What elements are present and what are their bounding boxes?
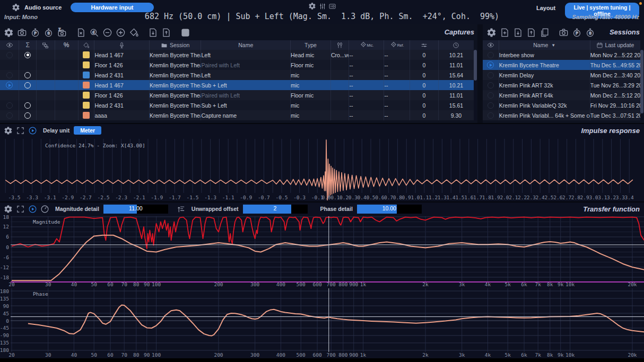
list-item[interactable]: Interbee showMon Nov 2...5:22 2024 bbox=[483, 50, 640, 60]
mic-position-cell[interactable]: -- bbox=[349, 80, 384, 90]
color-swatch[interactable] bbox=[83, 61, 90, 68]
color-cell[interactable] bbox=[78, 50, 94, 60]
note-icon[interactable] bbox=[76, 28, 86, 38]
gain-cell[interactable]: 0 bbox=[410, 50, 438, 60]
col-visible[interactable] bbox=[0, 40, 19, 50]
time-cell[interactable]: 10.21 bbox=[438, 50, 474, 60]
stopwatch-p-icon[interactable] bbox=[30, 28, 40, 38]
impulse-settings-gear-icon[interactable] bbox=[4, 126, 13, 135]
list-item[interactable]: Kremlin Pink ART 64kMon Dec 2...5:12 202… bbox=[483, 90, 640, 100]
sum-toggle[interactable] bbox=[19, 60, 36, 70]
plus-icon[interactable] bbox=[116, 28, 126, 38]
session-cell[interactable]: Kremlin Bycetre Theatre bbox=[149, 50, 201, 60]
table-row[interactable]: Floor 1 426Kremlin Bycetre TheatrePaired… bbox=[0, 60, 474, 70]
audio-source-gear-icon[interactable] bbox=[12, 3, 20, 12]
gain-cell[interactable]: 0 bbox=[410, 100, 438, 110]
mic-pair-cell[interactable] bbox=[330, 90, 349, 100]
table-row[interactable]: Head 2 431Kremlin Bycetre TheatreSub + L… bbox=[0, 100, 474, 110]
mic-pair-cell[interactable] bbox=[330, 100, 349, 110]
capture-name-cell[interactable]: Head 1 467 bbox=[94, 80, 149, 90]
time-cell[interactable]: 9.30 bbox=[438, 110, 474, 120]
gear-icon[interactable] bbox=[486, 28, 497, 38]
table-row[interactable]: aaaaKremlin Bycetre TheatreCapture namem… bbox=[0, 110, 474, 120]
visible-toggle[interactable] bbox=[0, 80, 19, 90]
type-cell[interactable]: mic bbox=[290, 80, 330, 90]
io-levels-icon[interactable] bbox=[328, 3, 336, 10]
transfer-gauge-icon[interactable] bbox=[40, 205, 49, 214]
percent-cell[interactable] bbox=[55, 90, 78, 100]
sum-toggle[interactable] bbox=[19, 50, 36, 60]
color-cell[interactable] bbox=[78, 70, 94, 80]
magnitude-detail-spinbox[interactable]: 11.00 bbox=[103, 205, 168, 214]
phase-chart[interactable]: 18013590450-45-90-135-180Phase2030405060… bbox=[0, 287, 644, 359]
col-time[interactable] bbox=[438, 40, 474, 50]
col-session[interactable]: Session bbox=[149, 40, 201, 50]
session-name-cell[interactable]: Kremlin Bycetre Theatre bbox=[499, 60, 590, 70]
mic-position-cell[interactable]: -- bbox=[349, 60, 384, 70]
phase-detail-spinbox[interactable]: 10.00 bbox=[357, 205, 422, 214]
capture-name-cell[interactable]: Floor 1 426 bbox=[94, 90, 149, 100]
magnitude-chart[interactable]: 181260-6-12-18Magnitude20304050607080901… bbox=[0, 215, 644, 287]
percent-cell[interactable] bbox=[55, 70, 78, 80]
unwrapped-offset-spinbox[interactable]: 2 bbox=[243, 205, 308, 214]
transfer-fullscreen-icon[interactable] bbox=[16, 205, 25, 214]
type-cell[interactable]: mic bbox=[290, 70, 330, 80]
session-name-cell[interactable]: Kremlin Pink ART 32k bbox=[499, 80, 590, 90]
transfer-settings-gear-icon[interactable] bbox=[4, 205, 13, 214]
impulse-response-chart[interactable]: -3.5-3.3-3.1-2.9-2.7-2.5-2.3-2.1-1.9-1.7… bbox=[0, 138, 644, 202]
col-color[interactable] bbox=[78, 40, 94, 50]
name-cell[interactable]: Left bbox=[201, 70, 290, 80]
cascade-cell[interactable] bbox=[36, 80, 55, 90]
session-cell[interactable]: Kremlin Bycetre Theatre bbox=[149, 60, 201, 70]
color-swatch[interactable] bbox=[83, 102, 90, 109]
capture-name-cell[interactable]: Head 2 431 bbox=[94, 100, 149, 110]
capture-name-cell[interactable]: Head 2 431 bbox=[94, 70, 149, 80]
color-cell[interactable] bbox=[78, 110, 94, 120]
color-swatch[interactable] bbox=[83, 112, 90, 119]
time-cell[interactable]: 11.01 bbox=[438, 90, 474, 100]
table-row[interactable]: Floor 1 426Kremlin Bycetre TheatrePaired… bbox=[0, 90, 474, 100]
mic-pair-cell[interactable]: Cro...ver bbox=[330, 50, 349, 60]
list-item[interactable]: Kremlin Pink VariableQ 32kFri Nov 29...1… bbox=[483, 100, 640, 110]
col-gain[interactable] bbox=[410, 40, 438, 50]
color-swatch[interactable] bbox=[83, 72, 90, 78]
time-cell[interactable]: 10.21 bbox=[438, 80, 474, 90]
percent-cell[interactable] bbox=[55, 80, 78, 90]
type-cell[interactable]: mic bbox=[290, 110, 330, 120]
list-item[interactable]: Kremlin Pink ART 32kTue Nov 26...3:29 20… bbox=[483, 80, 640, 90]
generator-gear-icon[interactable] bbox=[308, 2, 316, 10]
doc-up-icon[interactable] bbox=[161, 28, 171, 38]
sum-toggle[interactable] bbox=[19, 100, 36, 110]
mic-pair-cell[interactable] bbox=[330, 110, 349, 120]
name-cell[interactable]: Sub + Left bbox=[201, 80, 290, 90]
ref-position-cell[interactable]: -- bbox=[384, 90, 409, 100]
sum-toggle[interactable] bbox=[19, 110, 36, 120]
gain-cell[interactable]: 0 bbox=[410, 110, 438, 120]
cascade-cell[interactable] bbox=[36, 100, 55, 110]
ref-position-cell[interactable]: -- bbox=[384, 110, 409, 120]
visible-toggle[interactable] bbox=[0, 70, 19, 80]
ref-position-cell[interactable]: -- bbox=[384, 70, 409, 80]
mic-position-cell[interactable]: -- bbox=[349, 70, 384, 80]
percent-cell[interactable] bbox=[55, 110, 78, 120]
visible-toggle[interactable] bbox=[0, 110, 19, 120]
ref-position-cell[interactable]: -- bbox=[384, 100, 409, 110]
last-update-cell[interactable]: Mon Dec 2...5:12 2024 bbox=[590, 90, 640, 100]
mic-position-cell[interactable]: -- bbox=[349, 90, 384, 100]
doc-plus-icon[interactable] bbox=[500, 28, 510, 38]
col-ref-position[interactable]: Ref. bbox=[384, 40, 409, 50]
visible-toggle[interactable] bbox=[0, 90, 19, 100]
visible-toggle[interactable] bbox=[483, 50, 499, 60]
sum-toggle[interactable] bbox=[19, 70, 36, 80]
sessions-scrollbar[interactable] bbox=[640, 50, 643, 120]
camera-icon[interactable] bbox=[17, 28, 27, 38]
name-cell[interactable]: Capture name bbox=[201, 110, 290, 120]
col-mic-position[interactable]: Mic. bbox=[349, 40, 384, 50]
camera-icon[interactable] bbox=[559, 28, 569, 38]
last-update-cell[interactable]: Tue Dec 3...07:51 2024 bbox=[590, 110, 640, 120]
visible-toggle[interactable] bbox=[483, 90, 499, 100]
mic-position-cell[interactable]: -- bbox=[349, 100, 384, 110]
visible-toggle[interactable] bbox=[483, 60, 499, 70]
sum-toggle[interactable] bbox=[19, 80, 36, 90]
sum-radio[interactable] bbox=[24, 102, 31, 109]
